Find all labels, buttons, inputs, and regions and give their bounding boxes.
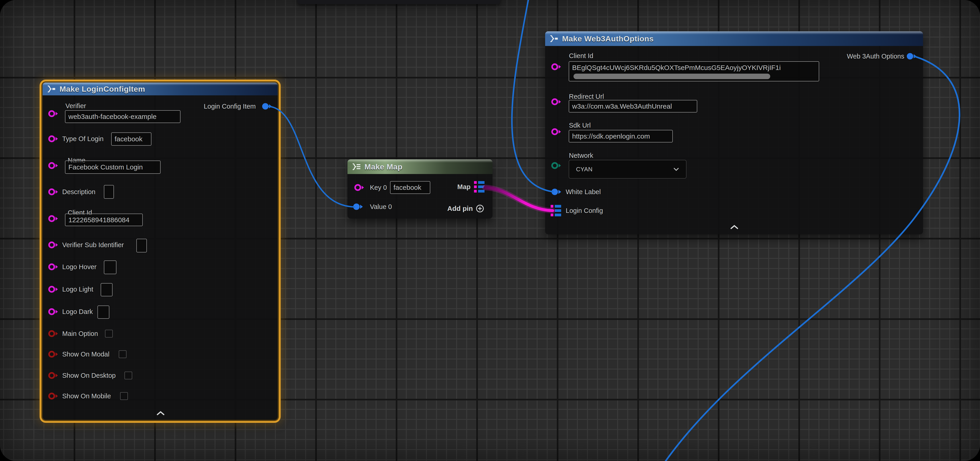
verifier-input[interactable]: web3auth-facebook-example	[65, 110, 180, 123]
pin-label: Verifier Sub Identifier	[62, 241, 124, 249]
node-title: Make Map	[364, 162, 402, 171]
main-option-checkbox[interactable]	[105, 330, 113, 337]
pin-label: Main Option	[62, 329, 98, 338]
redirect-url-input[interactable]: w3a://com.w3a.Web3AuthUnreal	[569, 100, 697, 113]
logo-dark-input[interactable]	[97, 305, 109, 319]
text-scrollbar[interactable]	[573, 74, 770, 79]
make-struct-icon	[549, 35, 559, 42]
input-pin-logo-light[interactable]	[48, 285, 59, 293]
description-input[interactable]	[104, 185, 114, 199]
input-pin-client-id[interactable]	[551, 63, 562, 71]
chevron-down-icon	[673, 167, 679, 171]
type-of-login-input[interactable]: facebook	[111, 132, 151, 146]
input-pin-description[interactable]	[48, 188, 59, 196]
output-pin-label: Login Config Item	[204, 102, 256, 110]
input-pin-logo-hover[interactable]	[48, 263, 59, 271]
node-title: Make Web3AuthOptions	[562, 34, 654, 43]
input-pin-value-0[interactable]	[353, 203, 363, 211]
add-pin-button[interactable]: Add pin	[447, 204, 484, 213]
show-on-modal-checkbox[interactable]	[119, 350, 127, 358]
client-id-input[interactable]: 1222658941886084	[65, 214, 143, 226]
input-pin-redirect-url[interactable]	[551, 98, 562, 106]
pin-label: White Label	[566, 188, 601, 196]
input-pin-sdk-url[interactable]	[551, 127, 562, 136]
output-pin-map[interactable]	[474, 181, 485, 192]
collapse-node-button[interactable]	[730, 224, 739, 230]
make-map-icon	[352, 163, 361, 170]
pin-label: Client Id	[569, 52, 593, 60]
wire-map-to-login-config-glow	[485, 188, 553, 211]
pin-label: Redirect Url	[569, 92, 604, 101]
input-pin-show-on-mobile[interactable]	[48, 392, 59, 400]
pin-label: Description	[62, 188, 95, 196]
pin-label: Network	[569, 151, 593, 160]
network-dropdown[interactable]: CYAN	[569, 160, 687, 179]
node-make-web3authoptions[interactable]: Make Web3AuthOptions Web 3Auth Options C…	[545, 31, 923, 234]
output-pin-web3auth-options[interactable]	[906, 52, 917, 60]
plus-circle-icon	[476, 204, 484, 213]
node-header[interactable]: Make Web3AuthOptions	[545, 31, 923, 46]
node-title: Make LoginConfigItem	[59, 84, 145, 94]
pin-label: Show On Modal	[62, 350, 109, 358]
logo-hover-input[interactable]	[104, 261, 116, 274]
input-pin-network[interactable]	[551, 161, 562, 170]
pin-label: Logo Dark	[62, 308, 93, 316]
pin-label: Type Of Login	[62, 135, 103, 143]
pin-label: Logo Hover	[62, 263, 97, 271]
client-id-input[interactable]: BEglQSgt4cUWcj6SKRdu5QkOXTsePmMcusG5EAoy…	[569, 61, 819, 81]
input-pin-type-of-login[interactable]	[48, 135, 59, 143]
key-0-input[interactable]: facebook	[390, 181, 430, 194]
input-pin-verifier-sub-identifier[interactable]	[48, 241, 59, 249]
input-pin-show-on-desktop[interactable]	[48, 371, 59, 380]
pin-label: Sdk Url	[569, 121, 591, 129]
pin-label: Value 0	[370, 203, 392, 211]
output-pin-label: Map	[457, 183, 471, 191]
input-pin-key-0[interactable]	[354, 183, 364, 192]
node-header[interactable]: Make Map	[347, 159, 493, 174]
collapse-node-button[interactable]	[156, 411, 165, 416]
wire-loginconfigitem-to-value0	[268, 107, 355, 207]
input-pin-verifier[interactable]	[48, 110, 59, 118]
pin-label: Logo Light	[62, 285, 93, 293]
make-struct-icon	[47, 86, 56, 92]
pin-label: Key 0	[370, 183, 387, 192]
node-make-map[interactable]: Make Map Key 0 facebook Map Value 0 Add …	[347, 159, 493, 219]
pin-label: Login Config	[566, 207, 603, 215]
input-pin-name[interactable]	[48, 161, 59, 170]
blueprint-graph-canvas[interactable]: Make LoginConfigItem Login Config Item V…	[0, 0, 980, 461]
logo-light-input[interactable]	[101, 283, 113, 296]
show-on-mobile-checkbox[interactable]	[120, 392, 128, 400]
sdk-url-input[interactable]: https://sdk.openlogin.com	[569, 130, 673, 143]
input-pin-logo-dark[interactable]	[48, 308, 59, 316]
input-pin-login-config[interactable]	[550, 205, 561, 216]
verifier-sub-identifier-input[interactable]	[136, 239, 147, 253]
pin-label: Show On Mobile	[62, 392, 111, 400]
node-make-loginconfigitem[interactable]: Make LoginConfigItem Login Config Item V…	[43, 83, 278, 420]
node-header[interactable]: Make LoginConfigItem	[43, 83, 278, 95]
clipped-node-bottom[interactable]	[298, 0, 500, 4]
pin-label: Verifier	[65, 102, 86, 110]
input-pin-client-id[interactable]	[48, 215, 59, 223]
input-pin-white-label[interactable]	[551, 188, 562, 196]
show-on-desktop-checkbox[interactable]	[124, 372, 132, 379]
output-pin-login-config-item[interactable]	[262, 102, 272, 110]
pin-label: Show On Desktop	[62, 371, 116, 380]
wire-map-to-login-config	[485, 188, 553, 211]
input-pin-show-on-modal[interactable]	[48, 350, 59, 358]
name-input[interactable]: Facebook Custom Login	[65, 161, 161, 174]
input-pin-main-option[interactable]	[48, 329, 59, 338]
output-pin-label: Web 3Auth Options	[847, 52, 904, 60]
